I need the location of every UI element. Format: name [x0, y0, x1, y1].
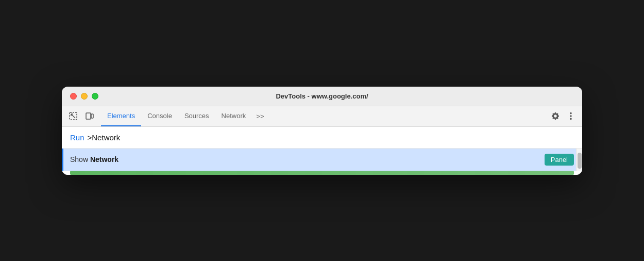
selection-accent — [62, 149, 63, 171]
settings-button[interactable] — [548, 109, 563, 123]
close-button[interactable] — [70, 93, 77, 100]
devtools-content: Run Show Network Panel — [62, 127, 582, 175]
tab-elements[interactable]: Elements — [101, 106, 141, 126]
suggestion-text: Show Network — [70, 155, 545, 164]
title-bar: DevTools - www.google.com/ — [62, 87, 582, 106]
inspect-element-icon[interactable] — [66, 109, 80, 123]
bottom-hint-bar — [70, 171, 574, 175]
command-input[interactable] — [88, 133, 574, 142]
maximize-button[interactable] — [92, 93, 98, 100]
suggestion-row[interactable]: Show Network Panel — [62, 149, 582, 171]
minimize-button[interactable] — [81, 93, 88, 100]
run-label: Run — [70, 133, 84, 142]
scrollbar-thumb — [578, 153, 582, 169]
tab-console[interactable]: Console — [141, 106, 178, 126]
device-toolbar-icon[interactable] — [82, 109, 97, 123]
tab-list: Elements Console Sources Network >> — [101, 106, 546, 126]
suggestion-highlight: Network — [90, 155, 118, 164]
devtools-window: DevTools - www.google.com/ Elements Cons… — [62, 87, 582, 175]
devtools-toolbar: Elements Console Sources Network >> — [62, 106, 582, 127]
tab-sources[interactable]: Sources — [178, 106, 215, 126]
window-title: DevTools - www.google.com/ — [276, 92, 368, 100]
scrollbar[interactable] — [576, 149, 582, 171]
svg-rect-1 — [86, 113, 91, 119]
traffic-lights — [70, 93, 98, 100]
more-options-button[interactable] — [564, 109, 578, 123]
command-input-area: Run — [62, 127, 582, 149]
tab-network[interactable]: Network — [215, 106, 252, 126]
svg-rect-2 — [91, 114, 93, 118]
toolbar-right — [548, 109, 578, 123]
tab-overflow-button[interactable]: >> — [252, 106, 268, 126]
panel-badge[interactable]: Panel — [545, 154, 574, 166]
